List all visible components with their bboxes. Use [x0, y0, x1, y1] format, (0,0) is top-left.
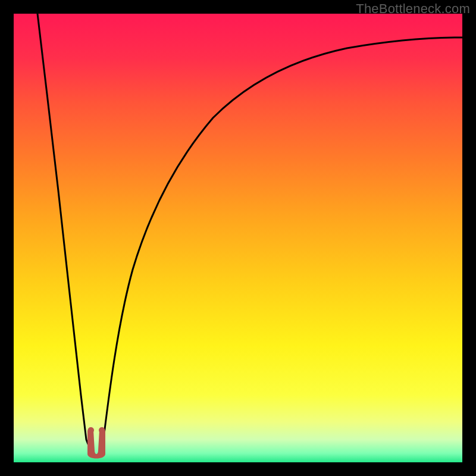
valley-marker	[87, 427, 105, 459]
svg-point-0	[88, 427, 94, 433]
chart-svg	[14, 14, 462, 462]
plot-area	[14, 14, 462, 462]
svg-point-1	[99, 427, 105, 433]
curve-right-branch	[102, 37, 462, 449]
curve-left-branch	[37, 14, 90, 449]
chart-stage: TheBottleneck.com	[0, 0, 476, 476]
